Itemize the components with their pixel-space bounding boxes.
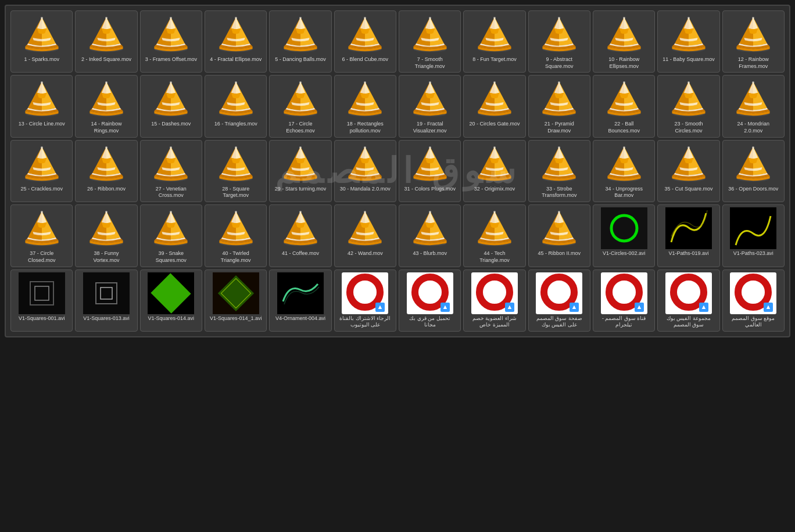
list-item[interactable]: ▲ الرجاء الاشتراك بالقناة على اليوتيوب: [334, 269, 396, 332]
list-item[interactable]: 38 - Funny Vortex.mov: [75, 204, 137, 267]
file-label: 21 - Pyramid Draw.mov: [533, 121, 585, 134]
list-item[interactable]: 28 - Square Target.mov: [205, 140, 267, 202]
file-label: 35 - Cut Square.mov: [664, 186, 712, 193]
list-item[interactable]: 11 - Baby Square.mov: [657, 10, 719, 73]
file-label: 22 - Ball Bounces.mov: [598, 121, 650, 134]
list-item[interactable]: 22 - Ball Bounces.mov: [593, 75, 655, 137]
list-item[interactable]: 21 - Pyramid Draw.mov: [528, 75, 590, 137]
list-item[interactable]: 39 - Snake Squares.mov: [140, 204, 202, 267]
svg-point-43: [623, 81, 625, 84]
list-item[interactable]: 40 - Twirled Triangle.mov: [205, 204, 267, 267]
list-item[interactable]: 41 - Coffee.mov: [269, 204, 331, 267]
list-item[interactable]: V1-Paths-019.avi: [657, 204, 719, 267]
file-label: 34 - Unprogress Bar.mov: [598, 186, 650, 199]
list-item[interactable]: 23 - Smooth Circles.mov: [657, 75, 719, 137]
vlc-icon: [83, 207, 130, 249]
list-item[interactable]: 25 - Crackles.mov: [10, 140, 73, 202]
file-label: 42 - Wand.mov: [348, 250, 383, 257]
list-item[interactable]: 1 - Sparks.mov: [10, 10, 73, 73]
svg-text:▲: ▲: [701, 303, 707, 310]
svg-point-73: [41, 211, 43, 213]
svg-point-25: [41, 81, 43, 84]
file-label: 24 - Mondrian 2.0.mov: [727, 121, 779, 134]
list-item[interactable]: 16 - Triangles.mov: [205, 75, 267, 137]
svg-point-33: [299, 81, 302, 84]
list-item[interactable]: 10 - Rainbow Ellipses.mov: [593, 10, 655, 73]
vlc-icon: [536, 78, 582, 120]
list-item[interactable]: 18 - Rectangles pollution.mov: [334, 75, 396, 137]
svg-point-75: [105, 211, 108, 213]
file-label: 44 - Tech Triangle.mov: [468, 250, 521, 264]
list-item[interactable]: V1-Squares-014_1.avi: [205, 269, 267, 332]
list-item[interactable]: V1-Squares-014.avi: [140, 269, 202, 332]
vlc-icon: [471, 207, 518, 249]
list-item[interactable]: 34 - Unprogress Bar.mov: [593, 140, 655, 202]
list-item[interactable]: V4-Ornament-004.avi: [269, 269, 331, 332]
list-item[interactable]: 12 - Rainbow Frames.mov: [722, 10, 785, 73]
list-item[interactable]: 45 - Ribbon II.mov: [528, 204, 590, 267]
list-item[interactable]: V1-Squares-013.avi: [75, 269, 137, 332]
list-item[interactable]: 15 - Dashes.mov: [140, 75, 202, 137]
list-item[interactable]: ▲ موقع سوق المصمم العالمي: [722, 269, 785, 332]
svg-text:▲: ▲: [765, 303, 772, 310]
file-label: قناة سوق المصمم - تيلجرام: [598, 315, 650, 329]
svg-point-17: [558, 17, 560, 19]
vlc-icon: [213, 207, 259, 249]
list-item[interactable]: V1-Paths-023.avi: [722, 204, 785, 267]
list-item[interactable]: 42 - Wand.mov: [334, 204, 396, 267]
vlc-icon: [277, 143, 324, 185]
vlc-icon: [407, 13, 453, 55]
list-item[interactable]: 19 - Fractal Visualizer.mov: [399, 75, 461, 137]
list-item[interactable]: 36 - Open Doors.mov: [722, 140, 785, 202]
list-item[interactable]: 3 - Frames Offset.mov: [140, 10, 202, 73]
list-item[interactable]: 44 - Tech Triangle.mov: [463, 204, 525, 267]
list-item[interactable]: V1-Squares-001.avi: [10, 269, 73, 332]
list-item[interactable]: 13 - Circle Line.mov: [10, 75, 73, 137]
svg-point-67: [623, 146, 625, 149]
list-item[interactable]: 20 - Circles Gate.mov: [463, 75, 525, 137]
list-item[interactable]: ▲ تحميل من قري بك مجانا: [399, 269, 461, 332]
list-item[interactable]: 9 - Abstract Square.mov: [528, 10, 590, 73]
list-item[interactable]: 32 - Origimix.mov: [463, 140, 525, 202]
list-item[interactable]: 35 - Cut Square.mov: [657, 140, 719, 202]
file-label: شراء العضوية خصم المميزة خاص: [468, 315, 521, 329]
list-item[interactable]: ▲ قناة سوق المصمم - تيلجرام: [593, 269, 655, 332]
list-item[interactable]: 5 - Dancing Balls.mov: [269, 10, 331, 73]
list-item[interactable]: 7 - Smooth Triangle.mov: [399, 10, 461, 73]
svg-rect-97: [83, 272, 130, 314]
vlc-icon: [342, 207, 388, 249]
list-item[interactable]: 33 - Strobe Transform.mov: [528, 140, 590, 202]
list-item[interactable]: 14 - Rainbow Rings.mov: [75, 75, 137, 137]
svg-point-13: [429, 17, 431, 19]
svg-point-51: [105, 146, 108, 149]
list-item[interactable]: 30 - Mandala 2.0.mov: [334, 140, 396, 202]
list-item[interactable]: 26 - Ribbon.mov: [75, 140, 137, 202]
svg-point-123: [609, 277, 639, 307]
list-item[interactable]: 37 - Circle Closed.mov: [10, 204, 73, 267]
video-thumbnail: [19, 272, 65, 314]
file-label: 41 - Coffee.mov: [282, 250, 319, 257]
vlc-icon: [19, 207, 65, 249]
list-item[interactable]: ▲ مجموعة الفيس بوك سوق المصمم: [657, 269, 719, 332]
svg-point-47: [752, 81, 754, 84]
list-item[interactable]: 4 - Fractal Ellipse.mov: [205, 10, 267, 73]
list-item[interactable]: 6 - Blend Cube.mov: [334, 10, 396, 73]
list-item[interactable]: 43 - Blurb.mov: [399, 204, 461, 267]
svg-rect-105: [277, 272, 324, 314]
file-label: 32 - Origimix.mov: [474, 186, 515, 193]
list-item[interactable]: 27 - Venetian Cross.mov: [140, 140, 202, 202]
svg-rect-90: [601, 207, 647, 249]
file-label: 9 - Abstract Square.mov: [533, 56, 585, 70]
list-item[interactable]: 24 - Mondrian 2.0.mov: [722, 75, 785, 137]
list-item[interactable]: 29 - Stars turning.mov: [269, 140, 331, 202]
list-item[interactable]: ▲ شراء العضوية خصم المميزة خاص: [463, 269, 525, 332]
file-label: 18 - Rectangles pollution.mov: [339, 121, 391, 134]
list-item[interactable]: V1-Circles-002.avi: [593, 204, 655, 267]
list-item[interactable]: ▲ صفحة سوق المصمم على الفيس بوك: [528, 269, 590, 332]
list-item[interactable]: 17 - Circle Echoes.mov: [269, 75, 331, 137]
vlc-icon: [601, 78, 647, 120]
list-item[interactable]: 8 - Fun Target.mov: [463, 10, 525, 73]
list-item[interactable]: 2 - Inked Square.mov: [75, 10, 137, 73]
file-label: 8 - Fun Target.mov: [472, 56, 516, 63]
list-item[interactable]: 31 - Colors Plugs.mov: [399, 140, 461, 202]
